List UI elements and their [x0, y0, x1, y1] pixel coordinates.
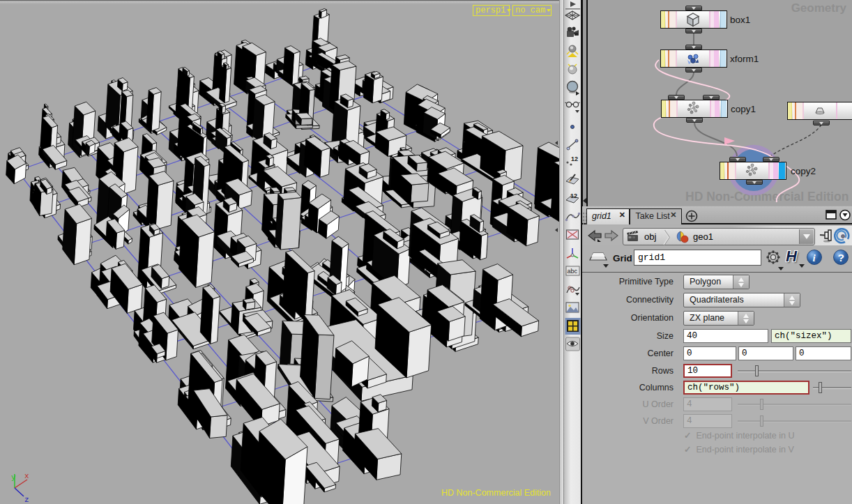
svg-text:?: ?	[838, 252, 844, 264]
svg-text:12: 12	[571, 155, 578, 162]
svg-text:x: x	[24, 472, 29, 480]
svg-text:abc: abc	[568, 268, 578, 275]
svg-text:y: y	[11, 473, 16, 482]
svg-text:12: 12	[570, 192, 577, 199]
svg-text:z: z	[24, 496, 29, 503]
